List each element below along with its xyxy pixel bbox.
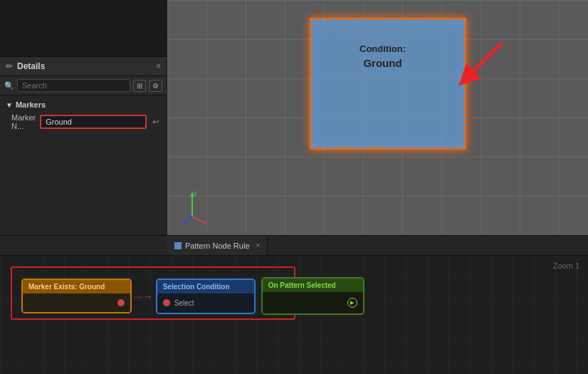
- node-connector-1: ···→: [132, 291, 156, 302]
- markers-header: ▼ Markers: [0, 98, 167, 111]
- marker-value-input[interactable]: [40, 115, 147, 129]
- pattern-node-rule-tab[interactable]: Pattern Node Rule ×: [167, 236, 268, 255]
- bottom-panel: Pattern Node Rule × Zoom 1 Marker Exists…: [0, 235, 588, 374]
- marker-output-pin: [117, 299, 125, 306]
- select-label: Select: [174, 299, 194, 307]
- sidebar-title: Details: [17, 61, 156, 71]
- marker-exists-header: Marker Exists: Ground: [23, 280, 130, 294]
- red-arrow: [445, 36, 509, 100]
- ground-tile: [310, 18, 466, 150]
- play-button-icon[interactable]: ▶: [347, 298, 357, 308]
- zoom-label: Zoom 1: [553, 261, 579, 270]
- tab-label: Pattern Node Rule: [185, 241, 250, 250]
- svg-text:X: X: [205, 219, 206, 224]
- markers-label: Markers: [16, 100, 46, 109]
- tab-close-button[interactable]: ×: [256, 241, 261, 249]
- marker-exists-node: Marker Exists: Ground: [21, 279, 132, 313]
- svg-line-1: [466, 43, 502, 78]
- selection-condition-node: Selection Condition Select: [156, 279, 256, 314]
- on-pattern-selected-body: ▶: [263, 292, 363, 313]
- selection-condition-body: Select: [157, 294, 254, 313]
- condition-text: Condition:: [359, 43, 406, 54]
- marker-exists-body: [23, 294, 130, 312]
- svg-line-5: [192, 217, 206, 224]
- svg-line-7: [182, 217, 192, 224]
- bottom-tabs-bar: Pattern Node Rule ×: [0, 236, 588, 256]
- sidebar-preview: [0, 0, 167, 57]
- sidebar-header: ✏ Details ×: [0, 57, 167, 76]
- grid-view-button[interactable]: ⊞: [133, 80, 146, 92]
- selection-input-pin: [163, 299, 170, 306]
- search-icon: 🔍: [4, 81, 14, 90]
- svg-text:Z: Z: [194, 190, 197, 197]
- condition-label: Condition: Ground: [359, 43, 406, 71]
- selection-condition-header: Selection Condition: [157, 280, 254, 294]
- search-input[interactable]: [17, 79, 130, 92]
- on-pattern-selected-node: On Pattern Selected ▶: [261, 277, 364, 315]
- nodes-area: Marker Exists: Ground ···→ Selection Con…: [21, 277, 364, 315]
- marker-undo-button[interactable]: ↩: [151, 117, 161, 127]
- marker-row: Marker N... ↩: [0, 111, 167, 133]
- condition-value-text: Ground: [363, 57, 401, 69]
- on-pattern-selected-header: On Pattern Selected: [263, 279, 363, 292]
- details-icon: ✏: [6, 61, 13, 71]
- top-area: ✏ Details × 🔍 ⊞ ⚙ ▼ Markers Marker N... …: [0, 0, 588, 235]
- viewport: Condition: Ground Z X: [167, 0, 588, 235]
- node-graph: Zoom 1 Marker Exists: Ground ···→ Select…: [0, 256, 588, 374]
- markers-expand-icon: ▼: [6, 101, 13, 109]
- axes-indicator: Z X: [178, 188, 206, 227]
- marker-name-label: Marker N...: [11, 113, 36, 130]
- markers-section: ▼ Markers Marker N... ↩: [0, 95, 167, 135]
- settings-button[interactable]: ⚙: [149, 80, 162, 92]
- connector-dots: ···→: [135, 291, 153, 302]
- sidebar-close-button[interactable]: ×: [156, 61, 161, 71]
- sidebar-search-row: 🔍 ⊞ ⚙: [0, 76, 167, 95]
- tab-icon: [174, 242, 182, 249]
- sidebar: ✏ Details × 🔍 ⊞ ⚙ ▼ Markers Marker N... …: [0, 0, 167, 235]
